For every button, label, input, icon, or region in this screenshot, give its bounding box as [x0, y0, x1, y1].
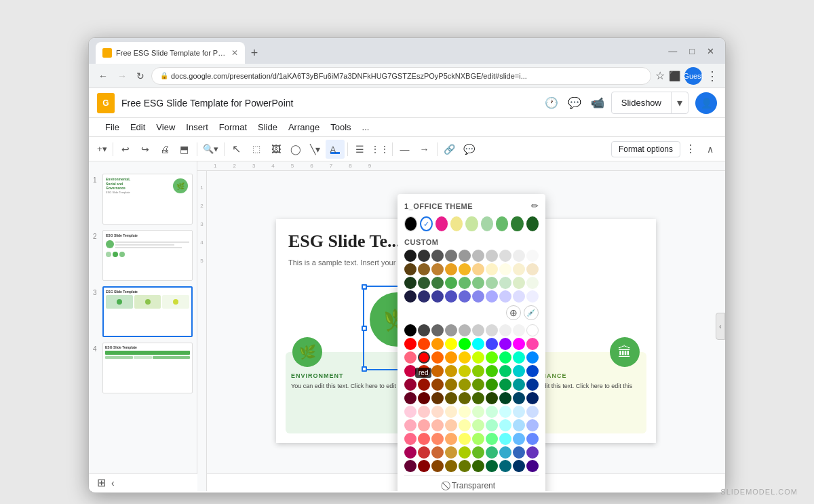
theme-color-pink[interactable] [435, 216, 448, 231]
custom-color-dot[interactable] [459, 277, 471, 289]
palette-color[interactable] [418, 446, 430, 459]
collapse-panel-button[interactable]: ‹ [111, 478, 115, 488]
line-style-button[interactable]: — [395, 140, 414, 159]
eyedropper-button[interactable]: 💉 [524, 305, 539, 320]
menu-tools[interactable]: Tools [325, 120, 356, 134]
palette-color[interactable] [459, 460, 471, 472]
palette-color[interactable] [445, 460, 457, 472]
palette-color[interactable] [404, 433, 416, 445]
palette-color[interactable] [472, 446, 484, 459]
palette-color[interactable] [418, 324, 430, 336]
palette-color[interactable] [486, 351, 498, 364]
palette-color[interactable] [472, 365, 484, 377]
slideshow-button[interactable]: Slideshow [612, 94, 671, 112]
menu-view[interactable]: View [151, 120, 180, 134]
palette-color[interactable] [499, 406, 511, 418]
palette-color[interactable] [526, 419, 539, 431]
custom-color-dot[interactable] [472, 277, 484, 289]
add-toolbar-button[interactable]: +▾ [94, 142, 110, 155]
custom-color-dot[interactable] [404, 263, 416, 275]
palette-color[interactable] [526, 406, 539, 418]
palette-color[interactable] [431, 406, 444, 418]
palette-color[interactable] [486, 446, 498, 459]
palette-color[interactable] [526, 324, 539, 336]
custom-color-dot[interactable] [526, 250, 539, 262]
theme-color-lightgreen2[interactable] [481, 216, 493, 231]
custom-color-dot[interactable] [499, 290, 511, 303]
palette-color[interactable] [499, 338, 511, 350]
custom-color-dot[interactable] [472, 290, 484, 303]
palette-color[interactable] [499, 365, 511, 377]
profile-button[interactable]: Guest [684, 67, 702, 85]
close-button[interactable]: ✕ [703, 45, 718, 58]
palette-color[interactable] [445, 324, 457, 336]
palette-color[interactable] [513, 392, 525, 404]
custom-color-dot[interactable] [418, 263, 430, 275]
custom-color-dot[interactable] [513, 263, 525, 275]
palette-color[interactable] [445, 392, 457, 404]
custom-color-dot[interactable] [513, 277, 525, 289]
edit-theme-icon[interactable]: ✏ [531, 201, 539, 211]
menu-arrange[interactable]: Arrange [283, 120, 325, 134]
history-icon[interactable]: 🕐 [545, 96, 558, 109]
palette-color[interactable] [431, 365, 444, 377]
custom-color-dot[interactable] [418, 277, 430, 289]
custom-color-dot[interactable] [499, 263, 511, 275]
shape-button[interactable]: ◯ [286, 140, 305, 159]
palette-color[interactable] [513, 433, 525, 445]
slideshow-dropdown-arrow[interactable]: ▾ [671, 92, 688, 113]
menu-format[interactable]: Format [214, 120, 252, 134]
palette-color[interactable] [459, 338, 471, 350]
palette-color[interactable] [404, 351, 416, 364]
menu-more[interactable]: ... [357, 120, 375, 134]
palette-color[interactable] [459, 365, 471, 377]
palette-color[interactable] [472, 406, 484, 418]
palette-color[interactable] [499, 446, 511, 459]
palette-color[interactable] [499, 460, 511, 472]
palette-color-red-hover[interactable]: red [418, 351, 430, 364]
insert-comment-button[interactable]: 💬 [460, 140, 479, 159]
custom-color-dot[interactable] [445, 263, 457, 275]
palette-color[interactable] [404, 406, 416, 418]
minimize-button[interactable]: — [664, 45, 681, 58]
palette-color[interactable] [418, 406, 430, 418]
comments-icon[interactable]: 💬 [568, 96, 581, 109]
palette-color[interactable] [526, 351, 539, 364]
palette-color[interactable] [404, 338, 416, 350]
custom-color-dot[interactable] [445, 250, 457, 262]
palette-color[interactable] [431, 379, 444, 391]
maximize-button[interactable]: □ [685, 45, 699, 58]
palette-color[interactable] [526, 365, 539, 377]
custom-color-dot[interactable] [418, 250, 430, 262]
palette-color[interactable] [513, 324, 525, 336]
align-grid-button[interactable]: ⋮⋮ [370, 140, 389, 159]
custom-color-dot[interactable] [431, 290, 444, 303]
palette-color[interactable] [431, 460, 444, 472]
rect-select-button[interactable]: ⬚ [247, 140, 266, 159]
palette-color[interactable] [431, 392, 444, 404]
slide-preview-1[interactable]: Environmental,Social andGovernance ESG S… [102, 174, 193, 225]
palette-color[interactable] [472, 338, 484, 350]
palette-color[interactable] [459, 351, 471, 364]
palette-color[interactable] [418, 460, 430, 472]
menu-edit[interactable]: Edit [125, 120, 151, 134]
palette-color[interactable] [486, 324, 498, 336]
palette-color[interactable] [445, 338, 457, 350]
palette-color[interactable] [526, 338, 539, 350]
palette-color[interactable] [445, 446, 457, 459]
toolbar-more-button[interactable]: ⋮ [681, 140, 700, 159]
slide-thumb-2[interactable]: 2 ESG Slide Template [93, 230, 193, 281]
theme-color-lightgreen1[interactable] [465, 216, 478, 231]
collaborate-button[interactable]: 👤 [695, 92, 717, 114]
tab-close-icon[interactable]: ✕ [231, 48, 238, 58]
palette-color[interactable] [526, 446, 539, 459]
palette-color[interactable] [499, 324, 511, 336]
palette-color[interactable] [445, 433, 457, 445]
palette-color[interactable] [459, 379, 471, 391]
custom-color-dot[interactable] [526, 290, 539, 303]
print-button[interactable]: 🖨 [155, 140, 174, 159]
palette-color[interactable] [499, 351, 511, 364]
slide-preview-4[interactable]: ESG Slide Template [102, 343, 193, 393]
palette-color[interactable] [431, 433, 444, 445]
slide-preview-3[interactable]: ESG Slide Template [102, 286, 193, 337]
